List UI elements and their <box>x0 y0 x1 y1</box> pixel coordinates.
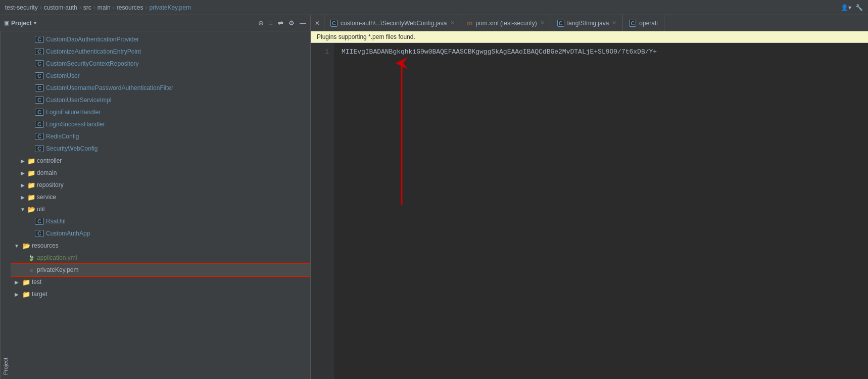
maven-icon: m <box>467 19 473 27</box>
tree-item-customize-auth[interactable]: C CustomizeAuthenticationEntryPoint <box>11 45 310 58</box>
tree-item-domain[interactable]: ▶ 📁 domain <box>11 167 310 179</box>
expand-arrow[interactable]: ▶ <box>19 158 27 164</box>
tree-label: CustomDaoAuthenticationProvider <box>46 36 139 43</box>
class-icon: C <box>35 60 44 67</box>
tree-item-util[interactable]: ▼ 📂 util <box>11 203 310 215</box>
close-icon[interactable]: ✕ <box>315 20 320 27</box>
breadcrumb-bar: test-security › custom-auth › src › main… <box>0 0 868 15</box>
tree-label: repository <box>37 181 64 188</box>
minimize-icon[interactable]: — <box>300 19 306 27</box>
tree-item-custom-user-service[interactable]: C CustomUserServiceImpl <box>11 94 310 106</box>
expand-arrow[interactable]: ▶ <box>19 170 27 176</box>
tree-item-controller[interactable]: ▶ 📁 controller <box>11 155 310 167</box>
tree-label: CustomizeAuthenticationEntryPoint <box>46 48 141 55</box>
tree-item-redis-config[interactable]: C RedisConfig <box>11 130 310 143</box>
line-numbers: 1 <box>311 43 333 379</box>
folder-icon: 📁 <box>27 181 36 189</box>
class-icon: C <box>35 145 44 152</box>
tree-label: controller <box>37 157 62 164</box>
account-icon[interactable]: 👤▾ <box>841 4 851 11</box>
tree-item-login-success[interactable]: C LoginSuccessHandler <box>11 118 310 130</box>
tree-item-rsa-util[interactable]: C RsaUtil <box>11 215 310 227</box>
expand-arrow[interactable]: ▶ <box>19 182 27 188</box>
tree-item-custom-security[interactable]: C CustomSecurityContextRepository <box>11 58 310 70</box>
tree-label: application.yml <box>37 254 77 261</box>
expand-arrow[interactable]: ▼ <box>19 207 27 212</box>
java-class-icon: C <box>557 20 564 27</box>
tab-operati[interactable]: C operati <box>623 15 664 31</box>
pem-icon: ≡ <box>27 267 36 273</box>
tab-security-web-config[interactable]: C custom-auth\...\SecurityWebConfig.java… <box>324 15 461 31</box>
breadcrumb-part-2[interactable]: custom-auth <box>44 4 77 11</box>
tree-label: test <box>32 278 41 286</box>
tab-label: operati <box>639 20 658 27</box>
class-icon: C <box>35 230 44 237</box>
tree-label: LoginFailureHandler <box>46 109 101 116</box>
tree-item-custom-dao[interactable]: C CustomDaoAuthenticationProvider <box>11 33 310 45</box>
breadcrumb-part-1[interactable]: test-security <box>5 4 38 11</box>
tab-close-icon[interactable]: ✕ <box>450 20 455 26</box>
tab-pom-xml[interactable]: m pom.xml (test-security) ✕ <box>461 15 551 31</box>
project-tab[interactable]: Project <box>0 31 11 379</box>
class-icon: C <box>35 218 44 225</box>
expand-arrow[interactable]: ▶ <box>19 195 27 200</box>
folder-icon: 📁 <box>27 157 36 165</box>
tree-label: CustomAuthApp <box>46 230 90 237</box>
tree-item-custom-username[interactable]: C CustomUsernamePasswordAuthenticationFi… <box>11 82 310 94</box>
tab-label: pom.xml (test-security) <box>475 20 537 27</box>
breadcrumb-part-6[interactable]: privateKey.pem <box>149 4 190 11</box>
tree-label: service <box>37 194 56 201</box>
collapse-icon[interactable]: ≡ <box>269 19 273 27</box>
settings-icon[interactable]: 🔧 <box>855 4 863 11</box>
tree-item-repository[interactable]: ▶ 📁 repository <box>11 179 310 191</box>
tree-item-security-web[interactable]: C SecurityWebConfig <box>11 143 310 155</box>
folder-icon: 📁 <box>22 291 31 298</box>
class-icon: C <box>35 84 44 91</box>
expand-arrow[interactable]: ▼ <box>13 243 21 249</box>
tree-label: CustomUsernamePasswordAuthenticationFilt… <box>46 84 173 91</box>
tree-item-custom-auth-app[interactable]: C CustomAuthApp <box>11 227 310 240</box>
tree-label: LoginSuccessHandler <box>46 121 105 128</box>
tree-label: util <box>37 206 44 213</box>
breadcrumb-sep-4: › <box>113 4 115 11</box>
folder-icon: 📁 <box>27 169 36 177</box>
tab-close-icon[interactable]: ✕ <box>612 20 616 26</box>
tab-close-x[interactable]: ✕ <box>311 15 324 31</box>
tab-close-icon[interactable]: ✕ <box>540 20 545 26</box>
tree-item-application-yml[interactable]: 🍃 application.yml <box>11 252 310 264</box>
tree-item-target[interactable]: ▶ 📁 target <box>11 288 310 300</box>
expand-arrow[interactable]: ▶ <box>13 292 21 297</box>
breadcrumb-part-4[interactable]: main <box>98 4 111 11</box>
expand-arrow[interactable]: ▶ <box>13 279 21 285</box>
tree-label: privateKey.pem <box>37 266 78 273</box>
java-class-icon: C <box>629 20 636 27</box>
tab-label: custom-auth\...\SecurityWebConfig.java <box>341 20 447 27</box>
class-icon: C <box>35 109 44 116</box>
tab-label: lang\String.java <box>567 20 609 27</box>
line-number-1: 1 <box>315 47 329 57</box>
sidebar-title-arrow[interactable]: ▾ <box>34 20 36 26</box>
sidebar-title: Project <box>11 20 32 27</box>
tree-label: CustomUser <box>46 72 80 79</box>
tree-item-custom-user[interactable]: C CustomUser <box>11 70 310 82</box>
expand-icon[interactable]: ⇌ <box>278 19 283 27</box>
java-class-icon: C <box>330 20 337 27</box>
breadcrumb-part-3[interactable]: src <box>83 4 91 11</box>
editor-content: 1 MIIEvgIBADANBgkqhkiG9w0BAQEFAASCBKgwgg… <box>311 43 868 379</box>
notice-text: Plugins supporting *.pem files found. <box>317 33 415 40</box>
breadcrumb-part-5[interactable]: resources <box>117 4 143 11</box>
code-area[interactable]: MIIEvgIBADANBgkqhkiG9w0BAQEFAASCBKgwggSk… <box>333 43 868 379</box>
editor-area: ✕ C custom-auth\...\SecurityWebConfig.ja… <box>311 15 868 379</box>
tree-item-test[interactable]: ▶ 📁 test <box>11 276 310 288</box>
tree-item-resources[interactable]: ▼ 📂 resources <box>11 240 310 252</box>
tree-item-login-failure[interactable]: C LoginFailureHandler <box>11 106 310 118</box>
tree-label: SecurityWebConfig <box>46 145 98 152</box>
locate-icon[interactable]: ⊕ <box>258 19 264 27</box>
tab-lang-string[interactable]: C lang\String.java ✕ <box>551 15 623 31</box>
tree-label: target <box>32 291 47 298</box>
tree-item-private-key-pem[interactable]: ≡ privateKey.pem <box>11 264 310 276</box>
tree-item-service[interactable]: ▶ 📁 service <box>11 191 310 203</box>
breadcrumb-sep-1: › <box>40 4 42 11</box>
gear-icon[interactable]: ⚙ <box>288 19 295 27</box>
folder-open-icon: 📂 <box>27 206 36 213</box>
